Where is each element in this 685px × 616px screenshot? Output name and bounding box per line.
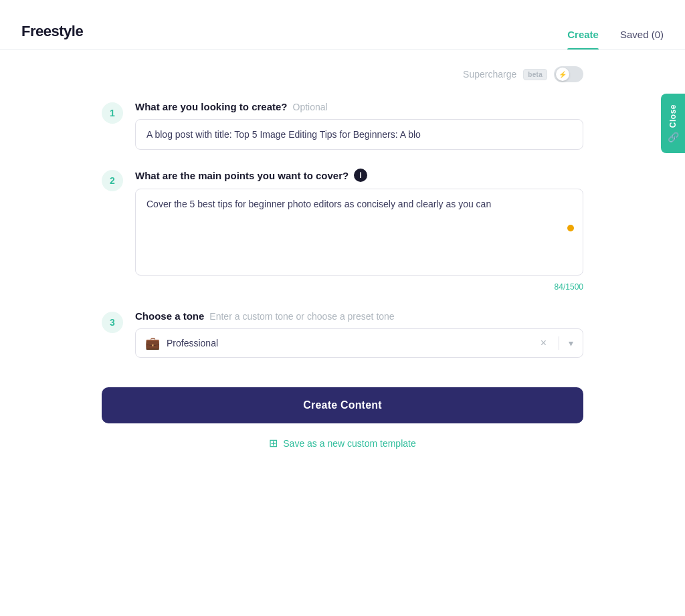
step-2-textarea[interactable]: Cover the 5 best tips for beginner photo… [135, 189, 583, 276]
supercharge-toggle[interactable]: ⚡ [554, 66, 583, 82]
step-2-textarea-wrapper: Cover the 5 best tips for beginner photo… [135, 189, 583, 278]
create-content-button[interactable]: Create Content [102, 387, 583, 423]
step-3-row: 3 Choose a tone Enter a custom tone or c… [102, 310, 583, 358]
tone-dropdown-arrow[interactable]: ▾ [569, 338, 573, 348]
dot-indicator [567, 225, 574, 231]
close-sidebar-icon: 🔗 [668, 132, 679, 142]
step-3-number: 3 [102, 312, 123, 333]
save-template-row[interactable]: ⊞ Save as a new custom template [102, 437, 583, 449]
tone-clear-button[interactable]: × [538, 338, 549, 348]
main-content: Supercharge beta ⚡ 1 What are you lookin… [21, 50, 664, 476]
step-1-content: What are you looking to create? Optional [135, 101, 583, 150]
step-1-label-row: What are you looking to create? Optional [135, 101, 583, 112]
step-3-label: Choose a tone [135, 310, 204, 322]
step-2-row: 2 What are the main points you want to c… [102, 169, 583, 292]
step-3-content: Choose a tone Enter a custom tone or cho… [135, 310, 583, 358]
logo: Freestyle [21, 23, 83, 40]
step-3-label-row: Choose a tone Enter a custom tone or cho… [135, 310, 583, 322]
header-nav: Create Saved (0) [567, 13, 664, 49]
supercharge-row: Supercharge beta ⚡ [102, 66, 583, 82]
save-template-label[interactable]: Save as a new custom template [283, 438, 415, 449]
char-count: 84/1500 [135, 282, 583, 292]
tone-emoji: 💼 [145, 336, 160, 350]
close-sidebar-label: Close [668, 104, 678, 128]
step-1-input[interactable] [135, 119, 583, 150]
tone-divider [559, 336, 559, 350]
step-2-label-row: What are the main points you want to cov… [135, 169, 583, 182]
toggle-thumb: ⚡ [556, 68, 569, 81]
step-2-number: 2 [102, 170, 123, 191]
supercharge-label: Supercharge [463, 69, 516, 80]
tone-select[interactable]: 💼 Professional × ▾ [135, 328, 583, 358]
save-template-icon: ⊞ [269, 437, 278, 449]
nav-saved[interactable]: Saved (0) [620, 29, 664, 49]
step-1-row: 1 What are you looking to create? Option… [102, 101, 583, 150]
step-1-number: 1 [102, 102, 123, 124]
beta-badge: beta [523, 69, 547, 80]
tone-value: Professional [167, 338, 531, 348]
step-1-label: What are you looking to create? [135, 101, 288, 112]
header: Freestyle Create Saved (0) [0, 0, 685, 50]
step-2-label: What are the main points you want to cov… [135, 170, 349, 181]
step-3-optional: Enter a custom tone or choose a preset t… [209, 311, 394, 322]
step-2-content: What are the main points you want to cov… [135, 169, 583, 292]
close-sidebar-button[interactable]: Close 🔗 [661, 94, 685, 153]
step-1-optional: Optional [293, 102, 328, 112]
step-2-info-icon[interactable]: i [354, 169, 367, 182]
nav-create[interactable]: Create [567, 29, 599, 49]
toggle-icon: ⚡ [559, 71, 567, 78]
